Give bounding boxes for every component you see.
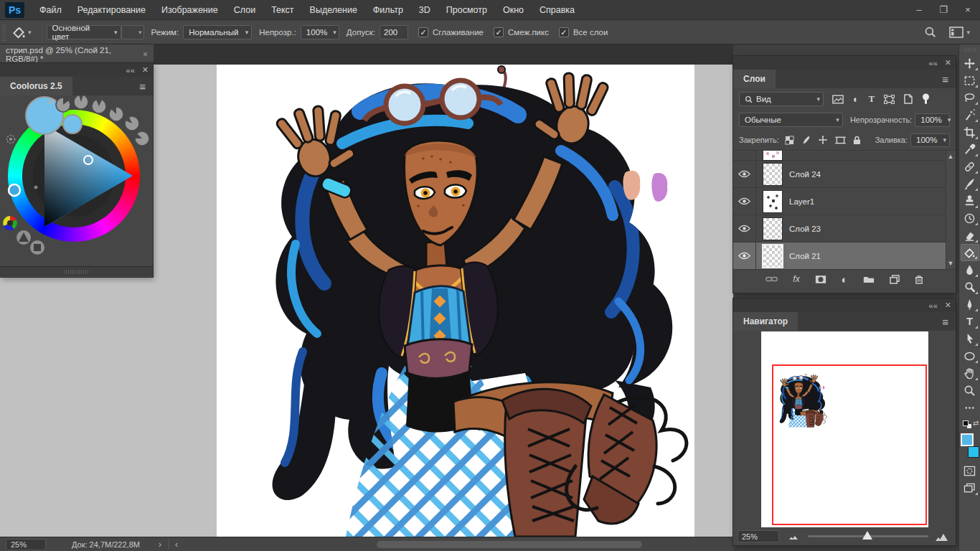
healing-brush-tool[interactable] xyxy=(961,158,979,175)
menu-layers[interactable]: Слои xyxy=(226,5,263,15)
toolbar-grip[interactable] xyxy=(964,48,976,52)
collapse-panel-icon[interactable]: «« xyxy=(929,59,938,67)
lock-artboard-icon[interactable] xyxy=(835,136,846,145)
layer-row-selected[interactable]: Слой 21 xyxy=(733,242,956,269)
zoom-in-icon[interactable] xyxy=(936,532,951,542)
restore-button[interactable]: ❐ xyxy=(931,0,956,19)
close-button[interactable]: × xyxy=(956,0,980,19)
visibility-eye-icon[interactable] xyxy=(738,225,750,232)
type-tool[interactable]: T xyxy=(961,313,979,330)
paint-bucket-tool[interactable] xyxy=(961,244,979,261)
triangle-mode-icon[interactable] xyxy=(17,230,31,245)
move-tool[interactable] xyxy=(961,55,979,72)
filter-pin-toggle-icon[interactable] xyxy=(922,93,930,105)
checkbox-checked-icon[interactable]: ✓ xyxy=(418,27,428,37)
layer-filter-select[interactable]: Вид ▾ xyxy=(739,92,824,106)
filter-adjustment-icon[interactable]: ◐ xyxy=(853,93,859,105)
add-mask-icon[interactable] xyxy=(815,275,826,284)
layer-opacity-select[interactable]: 100% ▾ xyxy=(915,113,950,127)
magic-wand-tool[interactable] xyxy=(961,106,979,123)
close-panel-icon[interactable]: ✕ xyxy=(945,301,951,310)
layer-style-fx-icon[interactable]: fx xyxy=(793,274,799,284)
document-tab[interactable]: стрип.psd @ 25% (Слой 21, RGB/8#) * × xyxy=(0,44,154,65)
zoom-tool[interactable] xyxy=(961,382,979,399)
quick-mask-toggle[interactable] xyxy=(961,462,979,479)
new-layer-icon[interactable] xyxy=(890,275,900,284)
default-colors-control[interactable]: ⇄ xyxy=(961,420,979,430)
eraser-tool[interactable] xyxy=(961,227,979,244)
lasso-tool[interactable] xyxy=(961,89,979,106)
collapse-panel-icon[interactable]: «« xyxy=(929,301,938,310)
dodge-tool[interactable] xyxy=(961,278,979,296)
visibility-eye-icon[interactable] xyxy=(738,252,750,260)
resize-grip[interactable] xyxy=(64,270,90,274)
blend-mode-select[interactable]: Обычные ▾ xyxy=(739,113,843,127)
new-adjustment-layer-icon[interactable]: ◐ xyxy=(842,273,848,286)
slider-thumb[interactable] xyxy=(862,531,872,540)
current-tool-chip[interactable]: ▾ xyxy=(6,25,37,39)
filter-shape-icon[interactable] xyxy=(884,95,895,104)
filter-type-icon[interactable]: T xyxy=(868,93,875,105)
all-layers-checkbox-group[interactable]: ✓ Все слои xyxy=(559,27,608,37)
minimize-button[interactable]: – xyxy=(907,0,931,19)
workspace-switcher[interactable]: ▾ xyxy=(949,27,970,38)
lock-pixels-icon[interactable] xyxy=(801,136,811,145)
layer-row[interactable]: Layer1 xyxy=(733,188,956,215)
opacity-select[interactable]: 100% ▾ xyxy=(301,25,339,39)
swap-colors-icon[interactable]: ⇄ xyxy=(47,97,54,105)
more-tools[interactable] xyxy=(961,399,979,416)
layer-row-partial[interactable] xyxy=(733,151,956,161)
layer-row[interactable]: Слой 24 xyxy=(733,161,956,188)
brightness-toggle-icon[interactable] xyxy=(7,136,15,143)
path-select-tool[interactable] xyxy=(961,330,979,347)
default-fg-swatch[interactable] xyxy=(963,420,969,426)
status-next-icon[interactable]: › xyxy=(159,540,161,550)
history-brush-tool[interactable] xyxy=(961,209,979,227)
contiguous-checkbox-group[interactable]: ✓ Смеж.пикс xyxy=(494,27,549,37)
new-group-folder-icon[interactable] xyxy=(863,275,875,283)
foreground-color-swatch[interactable] xyxy=(961,433,974,446)
layers-tab[interactable]: Слои xyxy=(733,70,776,88)
panel-menu-icon[interactable]: ≡ xyxy=(935,71,956,88)
navigator-zoom-slider[interactable] xyxy=(808,535,928,537)
tool-preset-chevron-icon[interactable]: ▾ xyxy=(28,29,32,36)
color-wheel-mode-icon[interactable] xyxy=(3,216,17,230)
menu-view[interactable]: Просмотр xyxy=(438,5,495,15)
scroll-up-icon[interactable]: ▲ xyxy=(947,153,954,160)
screen-mode-toggle[interactable] xyxy=(961,479,979,496)
lock-position-icon[interactable] xyxy=(818,135,828,145)
eye-cell[interactable] xyxy=(733,151,756,160)
layer-list-scrollbar[interactable]: ▲ ▼ xyxy=(946,151,956,269)
tab-close-icon[interactable]: × xyxy=(143,50,148,60)
panel-menu-icon[interactable]: ≡ xyxy=(132,78,153,95)
layer-thumbnail[interactable] xyxy=(763,218,782,240)
pen-tool[interactable] xyxy=(961,296,979,313)
filter-smart-object-icon[interactable] xyxy=(904,94,913,104)
eye-cell[interactable] xyxy=(733,215,756,242)
fill-select[interactable]: 100% ▾ xyxy=(910,133,950,147)
hand-tool[interactable] xyxy=(961,364,979,382)
checkbox-checked-icon[interactable]: ✓ xyxy=(559,27,569,37)
sv-triangle[interactable] xyxy=(44,125,133,227)
crop-tool[interactable] xyxy=(961,123,979,141)
lock-all-icon[interactable] xyxy=(853,136,861,145)
layer-thumbnail[interactable] xyxy=(763,151,782,160)
horizontal-scrollbar[interactable] xyxy=(377,541,642,548)
status-zoom-input[interactable]: 25% xyxy=(6,539,46,550)
navigator-image[interactable] xyxy=(761,331,928,527)
menu-filter[interactable]: Фильтр xyxy=(365,5,411,15)
close-panel-icon[interactable]: ✕ xyxy=(142,65,149,75)
fill-source-select[interactable]: Основной цвет ▾ xyxy=(47,25,121,39)
zoom-out-icon[interactable] xyxy=(789,533,801,540)
menu-type[interactable]: Текст xyxy=(263,5,301,15)
rect-marquee-tool[interactable] xyxy=(961,72,979,89)
menu-select[interactable]: Выделение xyxy=(302,5,365,15)
menu-file[interactable]: Файл xyxy=(32,5,70,15)
blur-tool[interactable] xyxy=(961,261,979,278)
navigator-zoom-input[interactable]: 25% xyxy=(738,530,779,542)
mode-select[interactable]: Нормальный ▾ xyxy=(183,25,252,39)
eye-cell[interactable] xyxy=(733,161,756,187)
eyedropper-tool[interactable] xyxy=(961,141,979,158)
delete-layer-trash-icon[interactable] xyxy=(915,275,923,284)
eye-cell[interactable] xyxy=(733,188,756,215)
